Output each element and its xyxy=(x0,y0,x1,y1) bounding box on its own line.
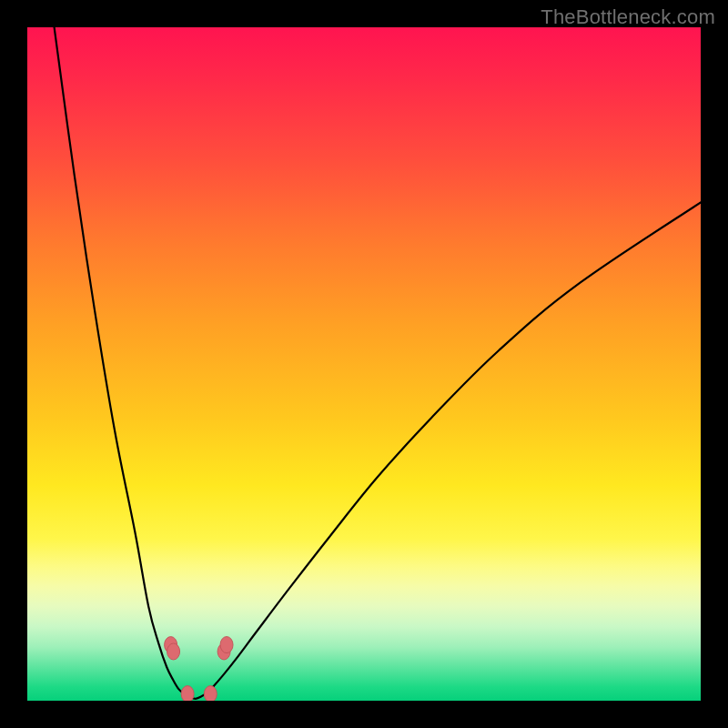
marker-left-upper-2 xyxy=(167,643,180,660)
watermark-text: TheBottleneck.com xyxy=(541,5,715,29)
marker-left-lower xyxy=(181,686,194,701)
marker-right-upper-2 xyxy=(220,637,233,653)
marker-layer xyxy=(27,27,701,701)
marker-right-lower xyxy=(204,686,217,701)
plot-area xyxy=(27,27,701,701)
chart-stage: TheBottleneck.com xyxy=(0,0,728,728)
